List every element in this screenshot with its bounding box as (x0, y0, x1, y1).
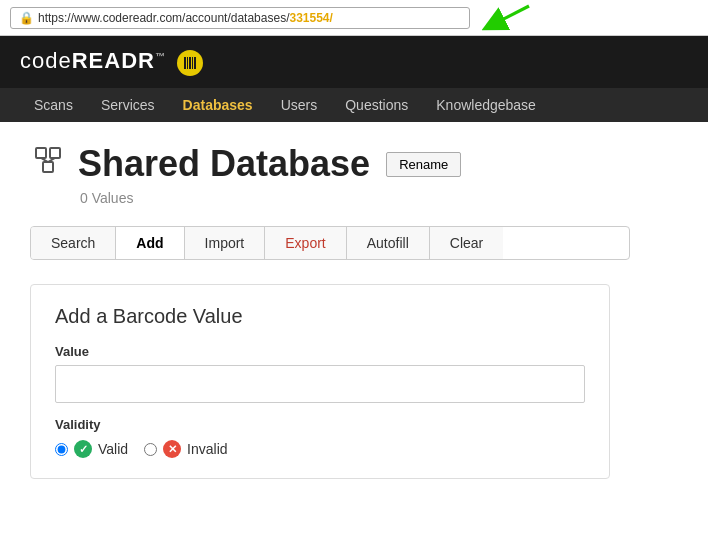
page-content: Shared Database Rename 0 Values Search A… (0, 122, 708, 540)
svg-rect-7 (36, 148, 46, 158)
svg-rect-5 (192, 57, 193, 69)
validity-label: Validity (55, 417, 585, 432)
invalid-text: Invalid (187, 441, 227, 457)
green-arrow-icon (475, 2, 535, 34)
logo: codeREADr™ (20, 48, 203, 75)
values-count: 0 Values (80, 190, 678, 206)
tabs-bar: Search Add Import Export Autofill Clear (30, 226, 630, 260)
value-label: Value (55, 344, 585, 359)
subnav-item-databases[interactable]: Databases (169, 88, 267, 122)
subnav-item-knowledgebase[interactable]: Knowledgebase (422, 88, 550, 122)
logo-read: READr (72, 48, 155, 73)
subnav-item-services[interactable]: Services (87, 88, 169, 122)
add-form: Add a Barcode Value Value Validity ✓ Val… (30, 284, 610, 479)
database-icon (30, 142, 66, 186)
valid-dot: ✓ (74, 440, 92, 458)
logo-code: code (20, 48, 72, 73)
page-title: Shared Database (78, 143, 370, 185)
svg-rect-6 (194, 57, 196, 69)
url-text: https://www.codereadr.com/account/databa… (38, 11, 333, 25)
address-bar: 🔒 https://www.codereadr.com/account/data… (0, 0, 708, 36)
tab-search[interactable]: Search (31, 227, 116, 259)
svg-rect-2 (184, 57, 186, 69)
title-area: Shared Database Rename (30, 142, 678, 186)
form-title: Add a Barcode Value (55, 305, 585, 328)
logo-icon (177, 50, 203, 76)
subnav: Scans Services Databases Users Questions… (0, 88, 708, 122)
navbar: codeREADr™ (0, 36, 708, 88)
valid-radio[interactable] (55, 443, 68, 456)
valid-option[interactable]: ✓ Valid (55, 440, 128, 458)
tab-autofill[interactable]: Autofill (347, 227, 430, 259)
tab-import[interactable]: Import (185, 227, 266, 259)
svg-rect-8 (50, 148, 60, 158)
radio-group: ✓ Valid ✕ Invalid (55, 440, 585, 458)
logo-tm: ™ (155, 51, 166, 62)
invalid-radio[interactable] (144, 443, 157, 456)
valid-text: Valid (98, 441, 128, 457)
svg-line-1 (493, 6, 529, 24)
tab-add[interactable]: Add (116, 227, 184, 259)
invalid-dot: ✕ (163, 440, 181, 458)
tab-export[interactable]: Export (265, 227, 346, 259)
validity-section: Validity ✓ Valid ✕ Invalid (55, 417, 585, 458)
url-box[interactable]: 🔒 https://www.codereadr.com/account/data… (10, 7, 470, 29)
svg-rect-3 (187, 57, 188, 69)
subnav-item-scans[interactable]: Scans (20, 88, 87, 122)
subnav-item-users[interactable]: Users (267, 88, 332, 122)
svg-rect-4 (189, 57, 191, 69)
value-input[interactable] (55, 365, 585, 403)
tab-clear[interactable]: Clear (430, 227, 503, 259)
lock-icon: 🔒 (19, 11, 34, 25)
subnav-item-questions[interactable]: Questions (331, 88, 422, 122)
rename-button[interactable]: Rename (386, 152, 461, 177)
invalid-option[interactable]: ✕ Invalid (144, 440, 227, 458)
svg-rect-9 (43, 162, 53, 172)
